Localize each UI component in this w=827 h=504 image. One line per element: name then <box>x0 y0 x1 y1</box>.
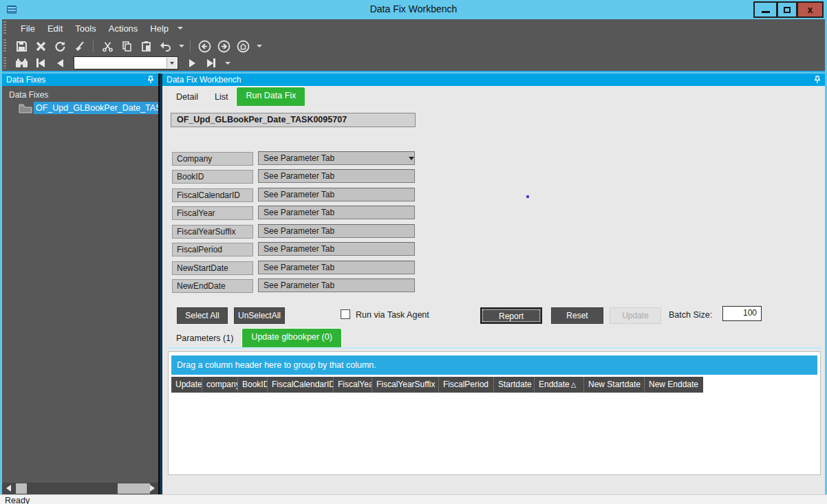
main-tab-strip: Detail List Run Data Fix <box>168 87 305 106</box>
tree-root-node[interactable]: Data Fixes <box>2 89 158 101</box>
tab-update-glbookper[interactable]: Update glbookper (0) <box>241 328 341 347</box>
next-record-icon <box>189 59 195 67</box>
sub-tab-underline <box>168 347 821 349</box>
column-header-fiscalyearsuffix[interactable]: FiscalYearSuffix <box>372 377 439 393</box>
menu-file[interactable]: File <box>14 23 41 34</box>
menu-tools[interactable]: Tools <box>69 23 102 34</box>
clear-button[interactable] <box>71 39 87 54</box>
column-header-startdate[interactable]: Startdate <box>494 377 535 393</box>
navigate-forward-button[interactable] <box>215 39 232 54</box>
param-label-fiscalcalendarid: FiscalCalendarID <box>172 188 253 202</box>
forward-circle-icon <box>217 40 230 53</box>
first-record-icon <box>39 59 45 67</box>
param-value-fiscalcalendarid[interactable]: See Parameter Tab <box>258 188 415 201</box>
find-button[interactable] <box>13 56 30 71</box>
toolbar1-grip[interactable] <box>3 39 6 53</box>
column-header-update[interactable]: Update <box>171 377 202 393</box>
menubar-grip[interactable] <box>3 21 6 35</box>
back-circle-icon <box>198 40 211 53</box>
close-button[interactable]: x <box>797 1 824 18</box>
record-search-combobox[interactable] <box>74 56 178 69</box>
column-header-fiscalyear[interactable]: FiscalYear <box>334 377 372 393</box>
param-label-newenddate: NewEndDate <box>172 279 253 293</box>
undo-button[interactable] <box>157 39 173 54</box>
cut-button[interactable] <box>99 39 116 54</box>
tab-run-data-fix[interactable]: Run Data Fix <box>236 87 305 106</box>
datafix-name-field[interactable]: OF_Upd_GLBookPer_Date_TASK0095707 <box>171 113 416 127</box>
column-header-company[interactable]: company <box>202 377 238 393</box>
copy-icon <box>121 41 133 52</box>
param-value-fiscalperiod[interactable]: See Parameter Tab <box>258 242 415 256</box>
tab-list[interactable]: List <box>206 89 236 106</box>
grid-body-empty[interactable] <box>171 393 817 472</box>
edit-group-overflow-icon[interactable] <box>179 45 184 47</box>
refresh-button[interactable] <box>52 39 68 54</box>
column-header-enddate[interactable]: Enddate△ <box>535 377 584 393</box>
scroll-left-icon[interactable] <box>6 485 11 492</box>
last-record-button[interactable] <box>203 56 219 71</box>
run-via-task-agent-checkbox[interactable] <box>341 309 350 319</box>
param-label-fiscalyear: FiscalYear <box>172 206 253 220</box>
navigate-back-button[interactable] <box>196 39 213 54</box>
last-record-icon <box>207 59 213 67</box>
pin-icon[interactable] <box>814 76 821 84</box>
param-value-fiscalyearsuffix[interactable]: See Parameter Tab <box>258 224 415 238</box>
batch-size-input[interactable]: 100 <box>722 306 762 321</box>
param-value-newenddate[interactable]: See Parameter Tab <box>258 278 415 292</box>
workbench-panel-header: Data Fix Workbench <box>162 74 825 86</box>
param-value-fiscalyear[interactable]: See Parameter Tab <box>258 206 415 219</box>
column-header-new-enddate[interactable]: New Enddate <box>645 377 703 393</box>
previous-record-icon <box>57 59 63 67</box>
tree-item-row[interactable]: OF_Upd_GLBookPer_Date_TASK0 <box>2 102 158 114</box>
unselect-all-button[interactable]: UnSelectAll <box>234 307 285 324</box>
menu-help[interactable]: Help <box>144 23 175 34</box>
previous-record-button[interactable] <box>52 56 68 71</box>
first-record-button[interactable] <box>32 56 49 71</box>
scrollbar-thumb[interactable] <box>16 483 27 494</box>
delete-button[interactable] <box>32 39 49 54</box>
save-icon <box>16 41 28 52</box>
next-record-button[interactable] <box>184 56 200 71</box>
scrollbar-thumb-secondary[interactable] <box>118 483 150 494</box>
paste-button[interactable] <box>138 39 154 54</box>
chevron-down-icon[interactable] <box>409 157 414 160</box>
scroll-right-icon[interactable] <box>150 485 155 492</box>
stray-caret-dot <box>526 195 529 198</box>
tab-parameters[interactable]: Parameters (1) <box>168 331 241 347</box>
pin-icon[interactable] <box>147 76 154 84</box>
binoculars-icon <box>15 58 28 69</box>
nav-group-overflow-icon[interactable] <box>257 45 262 47</box>
param-value-newstartdate[interactable]: See Parameter Tab <box>258 261 415 274</box>
param-value-bookid[interactable]: See Parameter Tab <box>258 169 415 183</box>
copy-button[interactable] <box>118 39 135 54</box>
window-title: Data Fix Workbench <box>0 3 827 14</box>
minimize-icon <box>762 11 770 13</box>
column-header-fiscalcalendarid[interactable]: FiscalCalendarID <box>268 377 334 393</box>
app-window: Data Fix Workbench x File Edit Tools Act… <box>0 0 827 504</box>
toolbar-navigation <box>2 55 825 72</box>
menu-actions[interactable]: Actions <box>103 23 144 34</box>
reset-button[interactable]: Reset <box>551 307 603 324</box>
tab-detail[interactable]: Detail <box>168 89 206 106</box>
column-header-enddate-label: Enddate <box>539 380 570 389</box>
menu-edit[interactable]: Edit <box>41 23 69 34</box>
menu-overflow-icon[interactable] <box>178 27 183 30</box>
data-fixes-tree: Data Fixes OF_Upd_GLBookPer_Date_TASK0 <box>2 86 158 114</box>
combobox-dropdown-button[interactable] <box>167 58 177 68</box>
tree-horizontal-scrollbar[interactable] <box>2 483 158 494</box>
update-button[interactable]: Update <box>610 307 661 324</box>
report-button[interactable]: Report <box>480 307 542 324</box>
refresh-icon <box>54 41 66 52</box>
column-header-new-startdate[interactable]: New Startdate <box>584 377 645 393</box>
toolbar2-grip[interactable] <box>3 57 6 69</box>
maximize-button[interactable] <box>777 1 797 18</box>
column-header-fiscalperiod[interactable]: FiscalPeriod <box>439 377 494 393</box>
tree-item-selected[interactable]: OF_Upd_GLBookPer_Date_TASK0 <box>34 102 158 114</box>
save-button[interactable] <box>13 39 30 54</box>
search-group-overflow-icon[interactable] <box>225 62 230 65</box>
param-value-company[interactable]: See Parameter Tab <box>258 151 415 165</box>
minimize-button[interactable] <box>753 1 777 18</box>
select-all-button[interactable]: Select All <box>177 307 228 324</box>
home-button[interactable] <box>235 39 251 54</box>
column-header-bookid[interactable]: BookID <box>238 377 268 393</box>
